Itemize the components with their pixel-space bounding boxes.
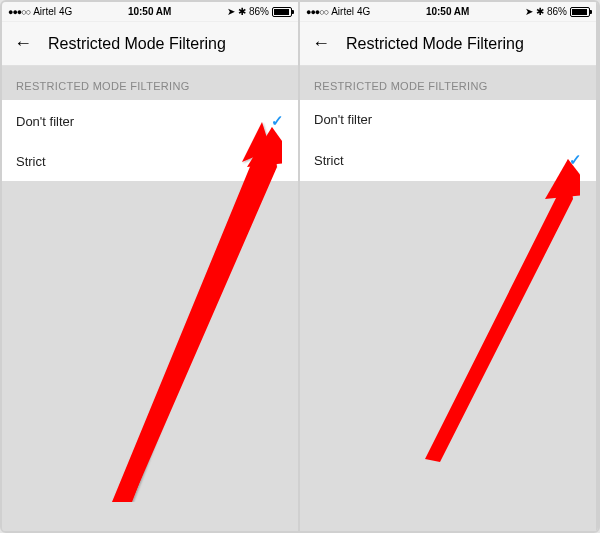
bluetooth-icon: ✱ — [238, 6, 246, 17]
content-area: RESTRICTED MODE FILTERING Don't filter ✓… — [2, 66, 298, 531]
network-label: 4G — [59, 6, 72, 17]
battery-icon — [570, 7, 590, 17]
battery-pct-label: 86% — [249, 6, 269, 17]
battery-pct-label: 86% — [547, 6, 567, 17]
svg-marker-2 — [117, 127, 277, 500]
carrier-label: Airtel — [331, 6, 354, 17]
signal-dots-icon: ●●●○○ — [306, 7, 328, 17]
status-left: ●●●○○ Airtel 4G — [8, 6, 72, 17]
signal-dots-icon: ●●●○○ — [8, 7, 30, 17]
section-label: RESTRICTED MODE FILTERING — [300, 66, 596, 100]
option-label: Strict — [16, 154, 46, 169]
phone-screen-right: ●●●○○ Airtel 4G 10:50 AM ➤ ✱ 86% ← Restr… — [300, 2, 598, 531]
status-bar: ●●●○○ Airtel 4G 10:50 AM ➤ ✱ 86% — [2, 2, 298, 22]
network-label: 4G — [357, 6, 370, 17]
back-arrow-icon[interactable]: ← — [14, 33, 32, 54]
option-label: Don't filter — [16, 114, 74, 129]
option-dont-filter[interactable]: Don't filter ✓ — [2, 100, 298, 142]
section-label: RESTRICTED MODE FILTERING — [2, 66, 298, 100]
battery-icon — [272, 7, 292, 17]
location-icon: ➤ — [227, 6, 235, 17]
status-right: ➤ ✱ 86% — [227, 6, 292, 17]
content-area: RESTRICTED MODE FILTERING Don't filter S… — [300, 66, 596, 531]
app-header: ← Restricted Mode Filtering — [300, 22, 596, 66]
status-right: ➤ ✱ 86% — [525, 6, 590, 17]
header-title: Restricted Mode Filtering — [48, 35, 226, 53]
options-list: Don't filter Strict ✓ — [300, 100, 596, 181]
back-arrow-icon[interactable]: ← — [312, 33, 330, 54]
option-dont-filter[interactable]: Don't filter — [300, 100, 596, 139]
phone-screen-left: ●●●○○ Airtel 4G 10:50 AM ➤ ✱ 86% ← Restr… — [2, 2, 300, 531]
options-list: Don't filter ✓ Strict — [2, 100, 298, 181]
option-label: Don't filter — [314, 112, 372, 127]
svg-marker-4 — [425, 159, 573, 462]
check-icon: ✓ — [271, 112, 284, 130]
carrier-label: Airtel — [33, 6, 56, 17]
check-icon: ✓ — [569, 151, 582, 169]
option-strict[interactable]: Strict — [2, 142, 298, 181]
header-title: Restricted Mode Filtering — [346, 35, 524, 53]
status-bar: ●●●○○ Airtel 4G 10:50 AM ➤ ✱ 86% — [300, 2, 596, 22]
bluetooth-icon: ✱ — [536, 6, 544, 17]
clock-label: 10:50 AM — [128, 6, 172, 17]
clock-label: 10:50 AM — [426, 6, 470, 17]
location-icon: ➤ — [525, 6, 533, 17]
option-label: Strict — [314, 153, 344, 168]
app-header: ← Restricted Mode Filtering — [2, 22, 298, 66]
status-left: ●●●○○ Airtel 4G — [306, 6, 370, 17]
annotation-arrow-icon — [400, 154, 580, 464]
option-strict[interactable]: Strict ✓ — [300, 139, 596, 181]
